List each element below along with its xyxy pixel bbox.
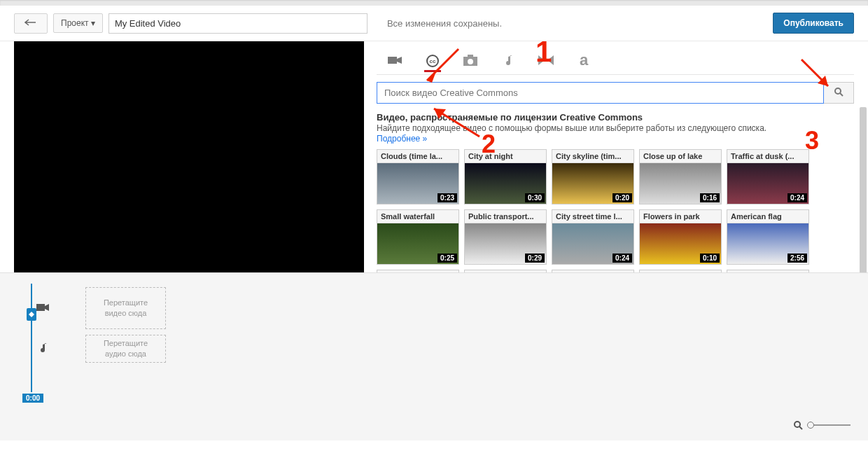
text-a-icon: a xyxy=(580,51,588,69)
clip-title: Clouds (time la... xyxy=(377,150,458,163)
svg-line-10 xyxy=(799,426,802,429)
clip-duration: 0:20 xyxy=(612,193,632,202)
clip-title: Close up of lake xyxy=(640,150,721,163)
zoom-control[interactable] xyxy=(793,420,850,430)
clip-item[interactable]: City at night0:30 xyxy=(464,149,547,204)
camera-icon xyxy=(463,55,477,66)
clips-grid: Clouds (time la...0:23City at night0:30C… xyxy=(377,149,854,265)
tab-text[interactable]: a xyxy=(575,52,592,69)
clip-duration: 0:10 xyxy=(700,254,720,263)
clip-item[interactable]: Clouds (time la...0:23 xyxy=(377,149,459,204)
timeline: 0:00 Перетащите видео сюда Перетащите ау… xyxy=(0,272,868,440)
search-input[interactable] xyxy=(377,82,824,104)
video-track-icon xyxy=(35,303,50,314)
clip-duration: 0:24 xyxy=(612,254,632,263)
clip-item[interactable]: Public transport...0:29 xyxy=(464,209,547,265)
svg-rect-0 xyxy=(388,57,397,64)
clip-duration: 0:23 xyxy=(438,193,457,202)
svg-point-9 xyxy=(794,422,800,427)
playhead-time: 0:00 xyxy=(22,394,43,403)
music-note-icon xyxy=(503,54,513,67)
search-icon xyxy=(834,87,844,97)
tab-transitions[interactable] xyxy=(538,52,554,69)
clip-duration: 0:30 xyxy=(525,193,545,202)
svg-line-7 xyxy=(840,93,843,96)
svg-point-4 xyxy=(468,59,473,64)
clip-thumbnail: 0:30 xyxy=(465,163,546,204)
clip-duration: 0:25 xyxy=(438,254,457,263)
bowtie-icon xyxy=(538,55,554,65)
undo-arrow-icon xyxy=(24,18,37,27)
cc-icon: cc xyxy=(426,54,440,68)
clip-duration: 2:56 xyxy=(788,254,807,263)
cc-more-link[interactable]: Подробнее » xyxy=(377,134,427,144)
clip-item[interactable]: Small waterfall0:25 xyxy=(377,209,459,265)
header: Проект ▾ Все изменения сохранены. Опубли… xyxy=(0,6,868,41)
tab-my-videos[interactable] xyxy=(386,52,403,69)
video-title-input[interactable] xyxy=(108,13,368,34)
tab-photos[interactable] xyxy=(462,52,479,69)
svg-text:cc: cc xyxy=(430,58,436,64)
clip-thumbnail: 0:29 xyxy=(465,223,546,264)
tab-creative-commons[interactable]: cc xyxy=(424,55,441,72)
clip-thumbnail: 0:20 xyxy=(552,163,634,204)
clip-thumbnail: 0:23 xyxy=(377,163,458,204)
clip-title: Small waterfall xyxy=(377,210,458,223)
clip-item[interactable]: City street time l...0:24 xyxy=(552,209,634,265)
clip-item[interactable]: Close up of lake0:16 xyxy=(639,149,722,204)
clip-duration: 0:29 xyxy=(525,254,545,263)
save-status: Все изменения сохранены. xyxy=(387,18,502,29)
audio-track-icon xyxy=(35,342,50,356)
tab-audio[interactable] xyxy=(500,52,517,69)
playhead-handle[interactable] xyxy=(27,308,36,321)
clip-item[interactable]: Flowers in park0:10 xyxy=(639,209,722,265)
clip-title: Flowers in park xyxy=(640,210,721,223)
back-button[interactable] xyxy=(14,13,48,34)
svg-rect-5 xyxy=(468,55,473,57)
clip-thumbnail: 0:10 xyxy=(640,223,721,264)
source-tabs: cc a xyxy=(377,41,854,75)
cc-description: Найдите подходящее видео с помощью формы… xyxy=(377,123,854,133)
publish-button[interactable]: Опубликовать xyxy=(773,13,854,34)
clip-title: City at night xyxy=(465,150,546,163)
clip-duration: 0:24 xyxy=(788,193,807,202)
clip-title: Public transport... xyxy=(465,210,546,223)
clip-thumbnail: 0:25 xyxy=(377,223,458,264)
zoom-icon xyxy=(793,420,803,430)
clip-item[interactable]: Traffic at dusk (...0:24 xyxy=(727,149,809,204)
clip-item[interactable]: American flag2:56 xyxy=(727,209,809,265)
video-preview[interactable] xyxy=(14,41,364,272)
clip-thumbnail: 0:24 xyxy=(552,223,634,264)
clip-title: City street time l... xyxy=(552,210,634,223)
svg-point-6 xyxy=(835,88,841,94)
scrollbar-vertical[interactable] xyxy=(860,107,867,282)
clip-title: Traffic at dusk (... xyxy=(727,150,808,163)
clip-duration: 0:16 xyxy=(700,193,720,202)
clip-title: City skyline (tim... xyxy=(552,150,634,163)
clip-thumbnail: 0:24 xyxy=(727,163,808,204)
audio-drop-zone[interactable]: Перетащите аудио сюда xyxy=(85,335,166,363)
cc-heading: Видео, распространяемые по лицензии Crea… xyxy=(377,112,854,123)
video-camera-icon xyxy=(388,55,402,65)
zoom-slider[interactable] xyxy=(808,424,850,426)
search-button[interactable] xyxy=(824,82,854,104)
clip-item[interactable]: City skyline (tim...0:20 xyxy=(552,149,634,204)
clip-thumbnail: 0:16 xyxy=(640,163,721,204)
project-dropdown[interactable]: Проект ▾ xyxy=(53,13,103,33)
svg-rect-8 xyxy=(36,304,45,311)
video-drop-zone[interactable]: Перетащите видео сюда xyxy=(85,287,166,329)
clip-title: American flag xyxy=(727,210,808,223)
clip-thumbnail: 2:56 xyxy=(727,223,808,264)
